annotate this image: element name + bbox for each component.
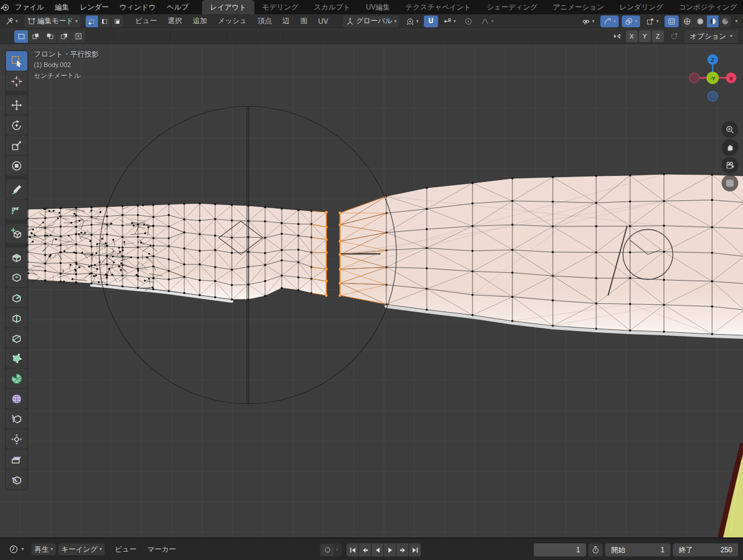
workspace-tab-テクスチャペイント[interactable]: テクスチャペイント: [398, 0, 479, 14]
timeline-editor-type-selector[interactable]: ▾: [5, 543, 27, 555]
topbar-menu-編集[interactable]: 編集: [49, 0, 74, 14]
tool-extrude-region-button[interactable]: [6, 247, 27, 267]
workspace-tab-スカルプト[interactable]: スカルプト: [306, 0, 358, 14]
viewport-3d[interactable]: フロント・平行投影 (1) Body.002 センチメートル ZX-Y: [0, 44, 743, 537]
mode-dropdown[interactable]: 編集モード ▾: [24, 15, 81, 27]
select-invert-button[interactable]: [57, 30, 71, 43]
keying-dropdown[interactable]: キーイング ▾: [58, 543, 105, 555]
tool-inset-faces-button[interactable]: [6, 268, 27, 287]
tool-shear-button[interactable]: [6, 449, 27, 469]
timeline-menu-ビュー[interactable]: ビュー: [109, 545, 142, 555]
mirror-axis-x-button[interactable]: X: [626, 30, 638, 42]
next-keyframe-button[interactable]: [396, 543, 408, 556]
auto-key-icon[interactable]: [321, 544, 333, 556]
tool-cursor-3d-button[interactable]: [6, 71, 27, 91]
start-frame-field[interactable]: 開始 1: [605, 543, 670, 556]
tool-poly-build-button[interactable]: [6, 348, 27, 368]
editor-type-selector[interactable]: ▾: [2, 15, 21, 27]
tool-bevel-button[interactable]: [6, 288, 27, 307]
viewport-nav-buttons: [722, 121, 738, 191]
workspace-tab-アニメーション[interactable]: アニメーション: [545, 0, 612, 14]
toggle-grid-ortho-button[interactable]: [722, 175, 738, 191]
proportional-connected-icon[interactable]: [670, 32, 678, 40]
workspace-tab-レンダリング[interactable]: レンダリング: [612, 0, 671, 14]
camera-view-button[interactable]: [722, 157, 738, 174]
viewport-menu-追加[interactable]: 追加: [187, 16, 212, 26]
viewport-menu-選択[interactable]: 選択: [162, 16, 187, 26]
start-label: 開始: [611, 545, 625, 555]
navigation-gizmo[interactable]: ZX-Y: [687, 52, 738, 103]
show-gizmo-button[interactable]: ▾: [600, 15, 619, 27]
workspace-tab-モデリング[interactable]: モデリング: [254, 0, 306, 14]
workspace-tab-コンポジティング[interactable]: コンポジティング: [671, 0, 743, 14]
jump-start-button[interactable]: [347, 543, 358, 556]
edge-select-button[interactable]: [98, 15, 111, 27]
topbar-menu-ファイル[interactable]: ファイル: [10, 0, 49, 14]
proportional-falloff-button[interactable]: ▾: [478, 15, 496, 27]
viewport-menu-ビュー[interactable]: ビュー: [130, 16, 163, 26]
tool-rotate-button[interactable]: [6, 115, 27, 135]
shading-rendered-button[interactable]: [719, 15, 731, 27]
jump-end-button[interactable]: [409, 543, 421, 556]
topbar-menu-ウィンドウ[interactable]: ウィンドウ: [114, 0, 161, 14]
mirror-axis-z-button[interactable]: Z: [652, 30, 664, 42]
zoom-in-button[interactable]: [722, 121, 738, 138]
tool-rip-region-button[interactable]: [6, 470, 27, 489]
show-overlays-button[interactable]: ▾: [622, 15, 640, 27]
topbar-menu-ヘルプ[interactable]: ヘルプ: [161, 0, 194, 14]
workspace-tab-シェーディング[interactable]: シェーディング: [479, 0, 546, 14]
tool-annotate-button[interactable]: [6, 180, 27, 199]
shading-wireframe-button[interactable]: [681, 15, 694, 27]
viewport-menu-頂点[interactable]: 頂点: [252, 16, 277, 26]
options-dropdown[interactable]: オプション ▾: [684, 30, 738, 43]
view-object-types-button[interactable]: ▾: [579, 15, 597, 27]
timeline-menu-マーカー[interactable]: マーカー: [142, 545, 182, 555]
proportional-editing-button[interactable]: [461, 15, 476, 27]
snap-magnet-button[interactable]: [424, 15, 438, 27]
pan-hand-button[interactable]: [722, 139, 738, 156]
toggle-xray-button[interactable]: [665, 15, 679, 27]
tool-add-cube-button[interactable]: [6, 224, 27, 243]
tool-move-button[interactable]: [6, 95, 27, 115]
transform-orientation-dropdown[interactable]: グローバル ▾: [343, 15, 399, 27]
playback-dropdown[interactable]: 再生 ▾: [32, 543, 56, 555]
viewport-menu-メッシュ[interactable]: メッシュ: [212, 16, 252, 26]
tool-scale-button[interactable]: [6, 136, 27, 155]
viewport-menu-UV[interactable]: UV: [313, 16, 333, 26]
tool-smooth-button[interactable]: [6, 389, 27, 408]
topbar-menu-レンダー[interactable]: レンダー: [74, 0, 114, 14]
workspace-tab-レイアウト[interactable]: レイアウト: [202, 0, 254, 14]
select-subtract-button[interactable]: [43, 30, 56, 43]
select-extend-button[interactable]: [29, 30, 42, 43]
tool-loop-cut-button[interactable]: [6, 308, 27, 328]
current-frame-field[interactable]: 1: [534, 543, 586, 556]
snap-target-button[interactable]: ▾: [440, 15, 459, 27]
pivot-point-button[interactable]: ▾: [403, 15, 421, 27]
tool-measure-button[interactable]: [6, 200, 27, 219]
play-button[interactable]: [384, 543, 396, 556]
tool-shrink-fatten-button[interactable]: [6, 429, 27, 449]
workspace-tab-UV編集[interactable]: UV編集: [358, 0, 398, 14]
tool-spin-button[interactable]: [6, 369, 27, 388]
mirror-axes-icon[interactable]: [613, 32, 621, 40]
play-reverse-button[interactable]: [372, 543, 383, 556]
shading-dropdown[interactable]: ▾: [732, 15, 741, 27]
blender-logo-icon[interactable]: [0, 0, 10, 14]
mirror-axis-y-button[interactable]: Y: [639, 30, 651, 42]
tool-select-box-button[interactable]: [6, 51, 27, 71]
face-select-button[interactable]: [111, 15, 123, 27]
xray-options-button[interactable]: ▾: [643, 15, 662, 27]
tool-transform-button[interactable]: [6, 156, 27, 175]
select-intersect-button[interactable]: [71, 30, 85, 43]
tool-edge-slide-button[interactable]: [6, 409, 27, 429]
tool-knife-button[interactable]: [6, 328, 27, 348]
viewport-menu-面[interactable]: 面: [295, 16, 313, 26]
viewport-menu-辺[interactable]: 辺: [277, 16, 295, 26]
shading-solid-button[interactable]: [694, 15, 706, 27]
shading-material-button[interactable]: [706, 15, 719, 27]
prev-keyframe-button[interactable]: [359, 543, 371, 556]
vertex-select-button[interactable]: [86, 15, 98, 27]
stopwatch-icon[interactable]: [588, 543, 603, 556]
select-new-button[interactable]: [14, 30, 28, 43]
end-frame-field[interactable]: 終了 250: [673, 543, 738, 556]
